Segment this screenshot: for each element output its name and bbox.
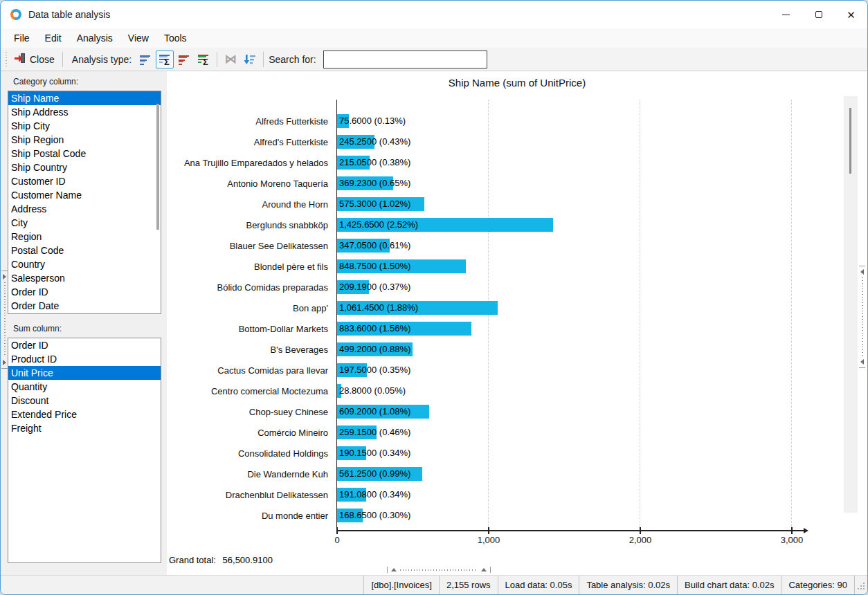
- sum-list-item[interactable]: Unit Price: [8, 366, 161, 380]
- toolbar-separator: [263, 52, 264, 67]
- search-input[interactable]: [323, 51, 487, 68]
- category-list-item[interactable]: Ship City: [8, 119, 161, 133]
- bottom-splitter-handle[interactable]: [387, 567, 491, 573]
- category-list-item[interactable]: Ship Postal Code: [8, 147, 161, 161]
- x-axis: 01,0002,0003,000: [336, 527, 867, 548]
- chart-row: Comércio Mineiro259.1500 (0.46%): [167, 422, 867, 443]
- bar-area: 883.6000 (1.56%): [337, 322, 867, 336]
- right-splitter-handle[interactable]: [859, 266, 865, 368]
- sum-list-item[interactable]: Extended Price: [8, 408, 161, 421]
- status-cell: 2,155 rows: [439, 576, 498, 594]
- category-list-item[interactable]: Region: [8, 230, 161, 244]
- bar-value-label: 347.0500 (0.61%): [339, 239, 410, 253]
- category-list-item[interactable]: Address: [8, 202, 161, 216]
- category-list-item[interactable]: Ship Address: [8, 105, 161, 119]
- menu-item-tools[interactable]: Tools: [156, 30, 195, 46]
- category-label: Chop-suey Chinese: [167, 407, 332, 417]
- category-label: Alfred's Futterkiste: [167, 137, 332, 147]
- sum-list-item[interactable]: Discount: [8, 394, 161, 408]
- bar-area: 168.6500 (0.30%): [337, 509, 867, 522]
- analysis-type-label: Analysis type:: [72, 54, 132, 65]
- category-list-item[interactable]: Ship Name: [8, 91, 161, 105]
- collapse-up-icon[interactable]: [391, 568, 397, 571]
- category-list-item[interactable]: City: [8, 216, 161, 230]
- search-for-label: Search for:: [269, 54, 316, 65]
- collapse-right-icon[interactable]: [3, 274, 6, 280]
- bar-value-label: 883.6000 (1.56%): [339, 322, 410, 336]
- bar-area: 215.0500 (0.38%): [337, 156, 867, 170]
- chart-row: Alfreds Futterkiste75.6000 (0.13%): [167, 111, 867, 131]
- collapse-left-icon[interactable]: [860, 359, 864, 365]
- bar-area: 197.5000 (0.35%): [337, 363, 867, 377]
- category-list-item[interactable]: Country: [8, 257, 161, 271]
- close-window-button[interactable]: ✕: [835, 1, 867, 28]
- category-list-item[interactable]: Ship Country: [8, 161, 161, 174]
- app-logo-icon: [10, 9, 21, 20]
- chart-row: Blauer See Delikatessen347.0500 (0.61%): [167, 235, 867, 256]
- sort-descending-icon: [244, 53, 256, 66]
- sum-list-item[interactable]: Product ID: [8, 352, 161, 366]
- minimize-icon: [782, 15, 790, 15]
- sum-list-item[interactable]: Order ID: [8, 338, 161, 352]
- toolbar-grip[interactable]: [4, 52, 8, 67]
- sort-descending-button[interactable]: [241, 51, 259, 68]
- bar-value-label: 215.0500 (0.38%): [339, 156, 410, 170]
- bar-area: 245.2500 (0.43%): [337, 135, 867, 149]
- join-button[interactable]: ⋈: [221, 51, 239, 68]
- menu-item-view[interactable]: View: [120, 30, 156, 46]
- chart-row: Die Wandernde Kuh561.2500 (0.99%): [167, 464, 867, 484]
- menu-item-file[interactable]: File: [6, 30, 37, 46]
- sum-column-listbox[interactable]: Order IDProduct IDUnit PriceQuantityDisc…: [8, 338, 161, 563]
- x-axis-tick: [488, 527, 489, 534]
- category-list-item[interactable]: Customer Name: [8, 188, 161, 202]
- sum-list-item[interactable]: Freight: [8, 421, 161, 435]
- category-list-item[interactable]: Order Date: [8, 299, 161, 313]
- chart-row: Centro comercial Moctezuma28.8000 (0.05%…: [167, 381, 867, 401]
- collapse-right-icon[interactable]: [3, 360, 6, 365]
- x-axis-tick-label: 1,000: [478, 535, 500, 545]
- category-list-item[interactable]: Postal Code: [8, 244, 161, 257]
- close-icon: ✕: [847, 10, 856, 20]
- toolbar-separator: [62, 52, 63, 67]
- category-list-scrollbar[interactable]: [156, 104, 159, 230]
- bar-area: 191.0800 (0.34%): [337, 488, 867, 502]
- menu-item-edit[interactable]: Edit: [37, 30, 69, 46]
- chart-row: Antonio Moreno Taquería369.2300 (0.65%): [167, 173, 867, 194]
- x-axis-tick-label: 2,000: [629, 535, 652, 545]
- minimize-button[interactable]: [770, 1, 802, 28]
- collapse-left-icon[interactable]: [860, 269, 864, 275]
- analysis-type-comparison-bars-sum-button[interactable]: Σ: [195, 51, 213, 68]
- analysis-type-bars-button[interactable]: [136, 51, 154, 68]
- sum-list-item[interactable]: Quantity: [8, 380, 161, 394]
- status-cell: Categories: 90: [781, 576, 854, 594]
- chart-row: Cactus Comidas para llevar197.5000 (0.35…: [167, 360, 867, 381]
- category-column-listbox[interactable]: Ship NameShip AddressShip CityShip Regio…: [8, 91, 161, 314]
- status-cells: [dbo].[Invoices]2,155 rowsLoad data: 0.0…: [363, 576, 855, 594]
- analysis-type-comparison-bars-button[interactable]: [175, 51, 193, 68]
- x-axis-line: [336, 530, 804, 531]
- category-list-item[interactable]: Ship Region: [8, 133, 161, 147]
- chart-row: Ana Trujillo Emparedados y helados215.05…: [167, 152, 867, 173]
- analysis-type-bars-sum-button[interactable]: Σ: [156, 51, 174, 68]
- bar-value-label: 499.2000 (0.88%): [339, 342, 410, 356]
- left-splitter-handle[interactable]: [1, 271, 8, 369]
- close-analysis-button[interactable]: Close: [10, 50, 59, 69]
- category-label: Berglunds snabbköp: [167, 220, 332, 230]
- category-list-item[interactable]: Customer ID: [8, 174, 161, 188]
- bar-area: 499.2000 (0.88%): [337, 342, 867, 356]
- menu-item-analysis[interactable]: Analysis: [69, 30, 120, 46]
- plot-area: Alfreds Futterkiste75.6000 (0.13%)Alfred…: [167, 100, 867, 527]
- chart-row: Drachenblut Delikatessen191.0800 (0.34%): [167, 484, 867, 505]
- chart-row: Chop-suey Chinese609.2000 (1.08%): [167, 401, 867, 422]
- collapse-up-icon[interactable]: [481, 568, 487, 571]
- resize-grip[interactable]: [856, 580, 866, 591]
- status-bar: [dbo].[Invoices]2,155 rowsLoad data: 0.0…: [1, 575, 867, 594]
- chart-vertical-scrollbar[interactable]: [844, 96, 858, 513]
- main-body: Category column: Ship NameShip AddressSh…: [1, 71, 867, 575]
- panel-chart-splitter[interactable]: [161, 71, 167, 575]
- category-list-item[interactable]: Salesperson: [8, 271, 161, 285]
- maximize-button[interactable]: [802, 1, 835, 28]
- bar-value-label: 561.2500 (0.99%): [339, 467, 410, 481]
- chart-vertical-scrollbar-thumb[interactable]: [849, 108, 851, 174]
- category-list-item[interactable]: Order ID: [8, 285, 161, 299]
